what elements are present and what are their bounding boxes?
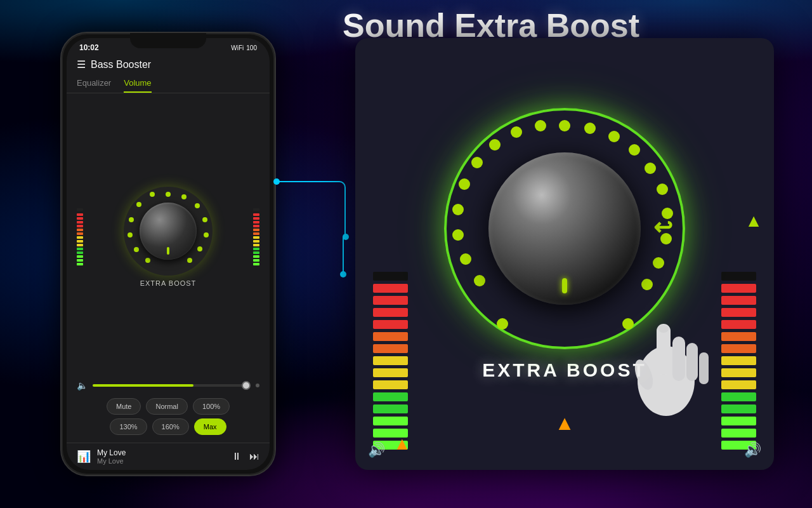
svg-point-9 — [129, 217, 134, 222]
svg-rect-38 — [686, 343, 698, 381]
svg-point-26 — [471, 157, 483, 168]
next-button[interactable]: ⏭ — [249, 451, 259, 462]
svg-point-13 — [559, 120, 570, 131]
svg-point-32 — [497, 318, 508, 330]
preset-max[interactable]: Max — [194, 418, 226, 435]
volume-icon: 🔈 — [77, 380, 88, 391]
svg-point-4 — [204, 232, 209, 237]
svg-point-30 — [460, 253, 471, 265]
preset-160[interactable]: 160% — [152, 418, 189, 435]
phone-notch — [130, 33, 206, 48]
svg-point-3 — [202, 217, 207, 222]
svg-point-2 — [195, 203, 200, 208]
svg-point-21 — [653, 257, 664, 269]
volume-thumb[interactable] — [242, 381, 251, 390]
knob-center[interactable] — [140, 203, 197, 260]
big-knob-center[interactable] — [488, 152, 641, 305]
svg-point-6 — [187, 258, 192, 263]
svg-point-5 — [197, 246, 202, 251]
speaker-icon-left: 🔊 — [368, 442, 385, 458]
eq-area: // Will be drawn via SVG — [67, 96, 270, 378]
speaker-icon-right: 🔊 — [744, 442, 761, 458]
player-controls: ⏸ ⏭ — [232, 451, 259, 462]
tab-bar: Equalizer Volume — [67, 74, 270, 93]
big-knob-indicator-line — [562, 278, 567, 293]
vu-meter-right — [721, 57, 756, 451]
connector-line-2 — [343, 237, 344, 275]
eq-bars-right — [253, 208, 259, 265]
preset-normal[interactable]: Normal — [146, 398, 187, 415]
svg-point-8 — [136, 202, 141, 207]
volume-track[interactable] — [93, 384, 248, 387]
now-playing: 📊 My Love My Love ⏸ ⏭ — [67, 443, 270, 470]
svg-rect-37 — [672, 337, 685, 381]
svg-point-1 — [181, 194, 187, 199]
svg-point-25 — [489, 139, 501, 150]
svg-point-11 — [134, 247, 139, 252]
preset-row-1: Mute Normal 100% — [77, 398, 259, 415]
svg-point-7 — [150, 192, 155, 197]
eq-bars-left — [77, 208, 83, 265]
svg-point-18 — [657, 184, 668, 195]
svg-point-31 — [474, 275, 485, 286]
app-title-phone: Bass Booster — [91, 59, 151, 70]
tab-equalizer[interactable]: Equalizer — [77, 74, 111, 93]
svg-point-27 — [459, 178, 470, 190]
preset-mute[interactable]: Mute — [107, 398, 141, 415]
svg-point-14 — [584, 123, 596, 134]
vu-meter-left — [373, 57, 408, 451]
svg-point-41 — [658, 325, 669, 333]
svg-point-10 — [128, 232, 133, 237]
phone-mockup: 10:02 WiFi 100 ☰ Bass Booster Equalizer … — [60, 32, 276, 476]
orange-arrow-left: ▲ — [393, 434, 411, 454]
preset-buttons: Mute Normal 100% 130% 160% Max — [67, 393, 270, 440]
phone-inner: 10:02 WiFi 100 ☰ Bass Booster Equalizer … — [67, 38, 270, 470]
status-time: 10:02 — [79, 43, 99, 52]
svg-point-29 — [452, 229, 464, 241]
knob-label: EXTRA BOOST — [140, 279, 197, 287]
preset-130[interactable]: 130% — [110, 418, 147, 435]
main-panel: ▲ 🔊 ▲ 🔊 — [355, 38, 774, 470]
svg-rect-39 — [699, 352, 709, 384]
hand-cursor — [609, 292, 723, 432]
status-icons: WiFi 100 — [231, 44, 257, 51]
phone-screen: 10:02 WiFi 100 ☰ Bass Booster Equalizer … — [67, 38, 270, 470]
svg-point-24 — [511, 126, 522, 138]
svg-text:↩: ↩ — [653, 214, 672, 240]
menu-icon[interactable]: ☰ — [77, 58, 86, 70]
connector-dot-end — [340, 271, 346, 277]
volume-fill — [93, 384, 193, 387]
tab-volume[interactable]: Volume — [124, 74, 151, 93]
app-header: ☰ Bass Booster — [67, 55, 270, 74]
preset-100[interactable]: 100% — [193, 398, 230, 415]
orange-arrow-center: ▲ — [554, 411, 575, 435]
knob-area: // Will be drawn via SVG — [88, 187, 248, 287]
volume-row: 🔈 — [67, 378, 270, 393]
knob-ring[interactable]: // Will be drawn via SVG — [124, 187, 213, 276]
volume-dot — [256, 384, 259, 387]
pause-button[interactable]: ⏸ — [232, 451, 242, 462]
preset-row-2: 130% 160% Max — [77, 418, 259, 435]
svg-point-12 — [145, 258, 150, 263]
track-title: My Love — [97, 448, 225, 457]
track-visualizer-icon: 📊 — [77, 450, 91, 464]
svg-point-22 — [641, 279, 653, 290]
track-info: My Love My Love — [97, 448, 225, 465]
track-artist: My Love — [97, 457, 225, 465]
svg-point-0 — [166, 192, 171, 197]
connector-line — [276, 181, 346, 238]
svg-point-28 — [452, 204, 464, 215]
knob-indicator — [167, 247, 169, 255]
green-arrow-right: ▲ — [745, 211, 763, 231]
svg-point-16 — [629, 144, 640, 156]
svg-point-15 — [608, 131, 620, 142]
connector-dot-start — [273, 178, 280, 185]
svg-point-23 — [535, 120, 546, 131]
svg-point-17 — [645, 163, 656, 174]
